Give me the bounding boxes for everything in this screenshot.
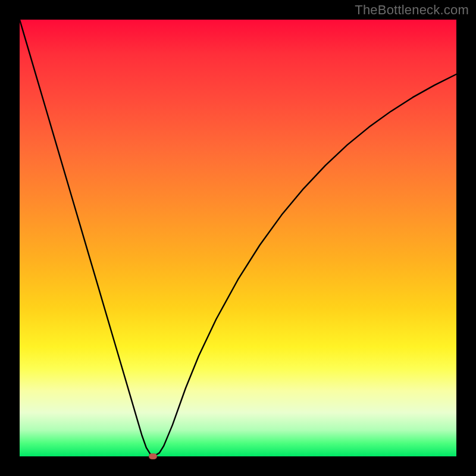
optimal-point-marker [149, 453, 157, 459]
plot-container [20, 20, 456, 456]
curve-path [20, 20, 456, 456]
bottleneck-curve [20, 20, 456, 456]
chart-frame: TheBottleneck.com [0, 0, 476, 476]
watermark-text: TheBottleneck.com [355, 2, 469, 18]
